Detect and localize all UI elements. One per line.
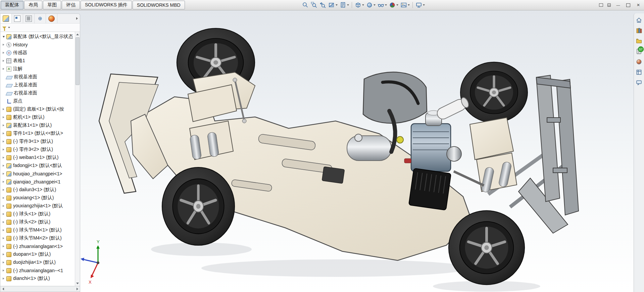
collapse-frame-icon[interactable] xyxy=(597,1,605,9)
tree-item[interactable]: fadongji<1> (默认<默认 xyxy=(0,162,75,170)
tree-item[interactable]: History xyxy=(0,41,75,49)
expander-icon[interactable] xyxy=(1,213,6,215)
chevron-down-icon[interactable] xyxy=(336,4,338,6)
section-view-icon[interactable] xyxy=(328,1,338,9)
fuel-filter[interactable] xyxy=(397,136,403,143)
tab-layout[interactable]: 布局 xyxy=(24,1,42,9)
wheel-rear-far[interactable] xyxy=(460,62,528,123)
tab-property-manager[interactable] xyxy=(12,14,23,23)
tree-item[interactable]: 舵机<1> (默认) xyxy=(0,113,75,121)
scroll-up-icon[interactable] xyxy=(75,32,80,37)
expander-icon[interactable] xyxy=(1,157,6,159)
expander-icon[interactable] xyxy=(1,173,6,175)
pin-icon[interactable] xyxy=(605,1,613,9)
expander-icon[interactable] xyxy=(1,205,6,207)
expander-icon[interactable] xyxy=(1,197,6,199)
tree-item[interactable]: (-) 球头<2> (默认) xyxy=(0,218,75,226)
tree-item[interactable]: (-) dailun3<1> (默认) xyxy=(0,186,75,194)
previous-view-icon[interactable] xyxy=(319,1,327,9)
tree-item[interactable]: 表格1 xyxy=(0,57,75,65)
edit-appearance-icon[interactable] xyxy=(388,1,399,9)
minimize-button[interactable] xyxy=(613,1,623,9)
view-orientation-icon[interactable] xyxy=(354,1,365,9)
tree-item[interactable]: 原点 xyxy=(0,97,75,105)
expander-icon[interactable] xyxy=(1,44,6,46)
wheel-rear-near[interactable] xyxy=(449,211,525,285)
model-viewport[interactable]: Y Z X xyxy=(0,10,644,292)
expander-icon[interactable] xyxy=(1,108,6,110)
tree-vertical-scrollbar[interactable] xyxy=(75,32,80,286)
expander-icon[interactable] xyxy=(1,237,6,239)
tree-item[interactable]: (-) zhuanxianglagan--<1 xyxy=(0,266,75,275)
tab-assembly[interactable]: 装配体 xyxy=(1,1,23,9)
expander-icon[interactable] xyxy=(1,140,6,142)
maximize-button[interactable] xyxy=(623,1,633,9)
appearances-scenes-icon[interactable] xyxy=(635,58,643,66)
tree-item[interactable]: houqiao_zhuangpei<1> xyxy=(0,170,75,178)
panel-expand-button[interactable] xyxy=(74,14,80,23)
expander-icon[interactable] xyxy=(1,132,6,134)
fuel-tank[interactable] xyxy=(347,134,391,161)
tree-item[interactable]: youxiangzhijia<1> (默认 xyxy=(0,202,75,210)
expander-icon[interactable] xyxy=(1,165,6,167)
tab-display-manager[interactable] xyxy=(46,14,57,23)
resources-home-icon[interactable] xyxy=(635,16,643,24)
scrollbar-thumb[interactable] xyxy=(76,37,80,85)
display-style-icon[interactable] xyxy=(365,1,376,9)
3d-model-rc-car[interactable]: Y Z X xyxy=(0,10,644,292)
tab-sketch[interactable]: 草图 xyxy=(43,1,61,9)
tree-item[interactable]: (-) 球头<1> (默认) xyxy=(0,210,75,218)
chevron-down-icon[interactable] xyxy=(347,4,349,6)
chevron-down-icon[interactable] xyxy=(423,4,425,6)
tab-configuration-manager[interactable] xyxy=(23,14,35,23)
expander-icon[interactable] xyxy=(1,36,6,38)
tree-item[interactable]: 前视基准面 xyxy=(0,73,75,81)
expander-icon[interactable] xyxy=(1,253,6,255)
expander-icon[interactable] xyxy=(1,278,6,280)
tree-horizontal-scrollbar[interactable] xyxy=(0,286,80,292)
tab-feature-manager-tree[interactable] xyxy=(0,14,12,23)
wheel-front-near[interactable] xyxy=(162,167,235,245)
expander-icon[interactable] xyxy=(1,181,6,183)
scroll-right-icon[interactable] xyxy=(75,287,79,291)
expander-icon[interactable] xyxy=(1,149,6,151)
tree-item[interactable]: qianqiao_zhuangpei<1 xyxy=(0,178,75,186)
tree-item[interactable]: (-) 零件3<1> (默认) xyxy=(0,137,75,145)
forum-icon[interactable] xyxy=(635,79,643,87)
hide-show-items-icon[interactable] xyxy=(377,1,388,9)
zoom-to-fit-icon[interactable] xyxy=(301,1,309,9)
expander-icon[interactable] xyxy=(1,60,6,62)
tree-item[interactable]: (-) weiban1<1> (默认) xyxy=(0,154,75,162)
air-box[interactable] xyxy=(409,168,451,210)
close-button[interactable] xyxy=(633,1,643,9)
file-explorer-icon[interactable] xyxy=(635,37,643,45)
view-settings-icon[interactable] xyxy=(415,1,426,9)
tree-item[interactable]: 上视基准面 xyxy=(0,81,75,89)
expander-icon[interactable] xyxy=(1,189,6,191)
chevron-down-icon[interactable] xyxy=(374,4,376,6)
expander-icon[interactable] xyxy=(1,261,6,263)
custom-properties-icon[interactable] xyxy=(635,68,643,76)
tree-item[interactable]: 注解 xyxy=(0,65,75,73)
filter-icon[interactable] xyxy=(2,27,6,29)
tree-item[interactable]: youxiang<1> (默认) xyxy=(0,194,75,202)
expander-icon[interactable] xyxy=(1,124,6,126)
chevron-down-icon[interactable] xyxy=(408,4,410,6)
expander-icon[interactable] xyxy=(1,221,6,223)
design-library-icon[interactable] xyxy=(635,27,643,35)
tab-solidworks-addins[interactable]: SOLIDWORKS 插件 xyxy=(81,1,132,9)
tree-item[interactable]: 右视基准面 xyxy=(0,89,75,97)
expander-icon[interactable] xyxy=(1,116,6,118)
tab-solidworks-mbd[interactable]: SOLIDWORKS MBD xyxy=(133,1,185,9)
scroll-left-icon[interactable] xyxy=(1,287,5,291)
chevron-down-icon[interactable] xyxy=(362,4,364,6)
expander-icon[interactable] xyxy=(1,269,6,272)
exhaust-pipe[interactable] xyxy=(435,96,470,121)
tree-item[interactable]: duojizhijia<1> (默认) xyxy=(0,258,75,266)
tree-item[interactable]: (-) zhuanxianglagan<1> xyxy=(0,242,75,250)
chevron-down-icon[interactable] xyxy=(8,27,10,28)
scroll-down-icon[interactable] xyxy=(75,281,80,286)
tree-item[interactable]: 零件1<1> (默认<<默认> xyxy=(0,129,75,137)
tree-item[interactable]: 传感器 xyxy=(0,49,75,57)
apply-scene-icon[interactable] xyxy=(400,1,410,9)
